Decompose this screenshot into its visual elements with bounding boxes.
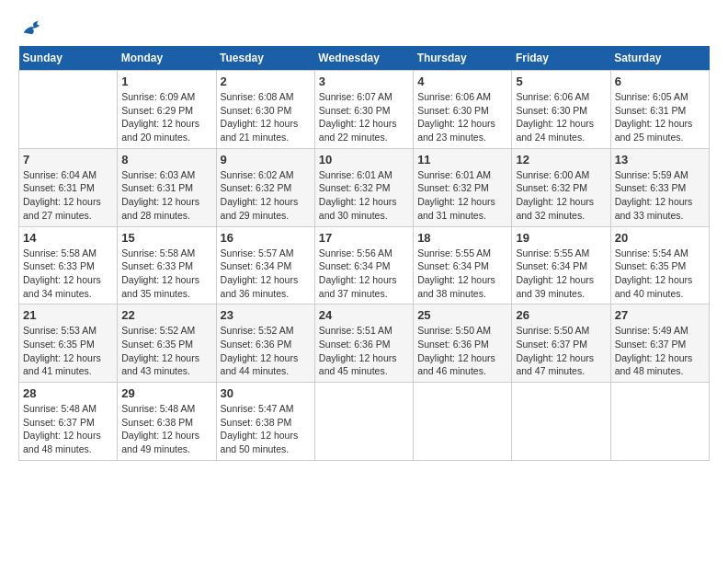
calendar-cell: 8Sunrise: 6:03 AMSunset: 6:31 PMDaylight…: [118, 148, 216, 226]
day-number: 5: [516, 75, 606, 88]
day-number: 22: [121, 308, 211, 322]
day-info: Sunrise: 6:07 AMSunset: 6:30 PMDaylight:…: [319, 90, 409, 144]
day-number: 27: [615, 308, 705, 322]
calendar-cell: 1Sunrise: 6:09 AMSunset: 6:29 PMDaylight…: [118, 71, 216, 149]
day-info: Sunrise: 5:54 AMSunset: 6:35 PMDaylight:…: [615, 247, 705, 301]
calendar-week-row: 7Sunrise: 6:04 AMSunset: 6:31 PMDaylight…: [19, 148, 710, 226]
day-info: Sunrise: 5:59 AMSunset: 6:33 PMDaylight:…: [615, 168, 705, 223]
day-number: 9: [221, 153, 311, 167]
day-info: Sunrise: 5:50 AMSunset: 6:36 PMDaylight:…: [417, 324, 507, 378]
calendar-cell: 20Sunrise: 5:54 AMSunset: 6:35 PMDayligh…: [610, 226, 709, 304]
calendar-week-row: 28Sunrise: 5:48 AMSunset: 6:37 PMDayligh…: [19, 383, 710, 461]
day-info: Sunrise: 5:55 AMSunset: 6:34 PMDaylight:…: [417, 247, 507, 301]
day-number: 24: [319, 308, 409, 322]
day-number: 21: [23, 308, 113, 322]
logo: [18, 18, 46, 37]
calendar-cell: 21Sunrise: 5:53 AMSunset: 6:35 PMDayligh…: [19, 304, 118, 383]
calendar-cell: 27Sunrise: 5:49 AMSunset: 6:37 PMDayligh…: [610, 304, 709, 383]
day-number: 7: [23, 153, 113, 167]
calendar-cell: [512, 383, 610, 461]
calendar-cell: 12Sunrise: 6:00 AMSunset: 6:32 PMDayligh…: [512, 148, 610, 226]
calendar-cell: 26Sunrise: 5:50 AMSunset: 6:37 PMDayligh…: [512, 304, 610, 383]
calendar-cell: [414, 383, 512, 461]
calendar-cell: 2Sunrise: 6:08 AMSunset: 6:30 PMDaylight…: [216, 71, 314, 149]
calendar-cell: 6Sunrise: 6:05 AMSunset: 6:31 PMDaylight…: [610, 71, 709, 149]
day-info: Sunrise: 5:55 AMSunset: 6:34 PMDaylight:…: [516, 247, 606, 301]
weekday-header: Tuesday: [216, 46, 314, 71]
day-number: 17: [319, 231, 409, 245]
day-number: 20: [615, 231, 705, 245]
calendar-cell: 24Sunrise: 5:51 AMSunset: 6:36 PMDayligh…: [314, 304, 413, 383]
day-info: Sunrise: 6:01 AMSunset: 6:32 PMDaylight:…: [319, 168, 409, 223]
day-number: 26: [516, 308, 606, 322]
calendar-cell: 29Sunrise: 5:48 AMSunset: 6:38 PMDayligh…: [118, 383, 216, 461]
day-number: 23: [221, 308, 311, 322]
calendar-cell: 19Sunrise: 5:55 AMSunset: 6:34 PMDayligh…: [512, 226, 610, 304]
calendar-week-row: 1Sunrise: 6:09 AMSunset: 6:29 PMDaylight…: [19, 71, 710, 149]
calendar-header-row: SundayMondayTuesdayWednesdayThursdayFrid…: [19, 46, 710, 71]
day-info: Sunrise: 6:06 AMSunset: 6:30 PMDaylight:…: [417, 90, 507, 144]
day-number: 29: [121, 386, 211, 400]
day-info: Sunrise: 5:58 AMSunset: 6:33 PMDaylight:…: [23, 247, 113, 301]
day-number: 13: [615, 153, 705, 167]
day-number: 12: [516, 153, 606, 167]
day-info: Sunrise: 6:08 AMSunset: 6:30 PMDaylight:…: [221, 90, 311, 144]
calendar-cell: 4Sunrise: 6:06 AMSunset: 6:30 PMDaylight…: [414, 71, 512, 149]
day-number: 16: [221, 231, 311, 245]
calendar-cell: 3Sunrise: 6:07 AMSunset: 6:30 PMDaylight…: [314, 71, 413, 149]
day-info: Sunrise: 6:06 AMSunset: 6:30 PMDaylight:…: [516, 90, 606, 144]
day-info: Sunrise: 5:52 AMSunset: 6:36 PMDaylight:…: [221, 324, 311, 378]
day-number: 6: [615, 75, 705, 88]
calendar-cell: 30Sunrise: 5:47 AMSunset: 6:38 PMDayligh…: [216, 383, 314, 461]
calendar-week-row: 14Sunrise: 5:58 AMSunset: 6:33 PMDayligh…: [19, 226, 710, 304]
weekday-header: Friday: [512, 46, 610, 71]
day-info: Sunrise: 5:48 AMSunset: 6:37 PMDaylight:…: [23, 402, 113, 456]
day-number: 3: [319, 75, 409, 88]
calendar-table: SundayMondayTuesdayWednesdayThursdayFrid…: [18, 46, 710, 461]
calendar-cell: 10Sunrise: 6:01 AMSunset: 6:32 PMDayligh…: [314, 148, 413, 226]
day-info: Sunrise: 5:52 AMSunset: 6:35 PMDaylight:…: [121, 324, 211, 378]
day-info: Sunrise: 5:58 AMSunset: 6:33 PMDaylight:…: [121, 247, 211, 301]
calendar-cell: 18Sunrise: 5:55 AMSunset: 6:34 PMDayligh…: [414, 226, 512, 304]
day-info: Sunrise: 5:49 AMSunset: 6:37 PMDaylight:…: [615, 324, 705, 378]
day-info: Sunrise: 6:01 AMSunset: 6:32 PMDaylight:…: [417, 168, 507, 223]
day-info: Sunrise: 6:09 AMSunset: 6:29 PMDaylight:…: [121, 90, 211, 144]
calendar-cell: 25Sunrise: 5:50 AMSunset: 6:36 PMDayligh…: [414, 304, 512, 383]
day-info: Sunrise: 6:05 AMSunset: 6:31 PMDaylight:…: [615, 90, 705, 144]
weekday-header: Thursday: [414, 46, 512, 71]
weekday-header: Sunday: [19, 46, 118, 71]
day-number: 2: [221, 75, 311, 88]
calendar-cell: 22Sunrise: 5:52 AMSunset: 6:35 PMDayligh…: [118, 304, 216, 383]
day-info: Sunrise: 6:03 AMSunset: 6:31 PMDaylight:…: [121, 168, 211, 223]
day-number: 28: [23, 386, 113, 400]
day-info: Sunrise: 5:50 AMSunset: 6:37 PMDaylight:…: [516, 324, 606, 378]
calendar-cell: 14Sunrise: 5:58 AMSunset: 6:33 PMDayligh…: [19, 226, 118, 304]
calendar-cell: 17Sunrise: 5:56 AMSunset: 6:34 PMDayligh…: [314, 226, 413, 304]
day-info: Sunrise: 5:57 AMSunset: 6:34 PMDaylight:…: [221, 247, 311, 301]
page-header: [18, 18, 710, 37]
day-number: 8: [121, 153, 211, 167]
day-number: 4: [417, 75, 507, 88]
weekday-header: Monday: [118, 46, 216, 71]
calendar-cell: 23Sunrise: 5:52 AMSunset: 6:36 PMDayligh…: [216, 304, 314, 383]
weekday-header: Saturday: [610, 46, 709, 71]
day-number: 30: [221, 386, 311, 400]
day-info: Sunrise: 5:53 AMSunset: 6:35 PMDaylight:…: [23, 324, 113, 378]
calendar-cell: 28Sunrise: 5:48 AMSunset: 6:37 PMDayligh…: [19, 383, 118, 461]
calendar-cell: 15Sunrise: 5:58 AMSunset: 6:33 PMDayligh…: [118, 226, 216, 304]
day-number: 1: [121, 75, 211, 88]
day-number: 15: [121, 231, 211, 245]
day-info: Sunrise: 6:04 AMSunset: 6:31 PMDaylight:…: [23, 168, 113, 223]
logo-bird-icon: [22, 18, 44, 37]
calendar-cell: [314, 383, 413, 461]
day-number: 18: [417, 231, 507, 245]
day-number: 25: [417, 308, 507, 322]
calendar-cell: 16Sunrise: 5:57 AMSunset: 6:34 PMDayligh…: [216, 226, 314, 304]
weekday-header: Wednesday: [314, 46, 413, 71]
day-number: 19: [516, 231, 606, 245]
calendar-week-row: 21Sunrise: 5:53 AMSunset: 6:35 PMDayligh…: [19, 304, 710, 383]
calendar-cell: [610, 383, 709, 461]
day-info: Sunrise: 5:47 AMSunset: 6:38 PMDaylight:…: [221, 402, 311, 456]
day-info: Sunrise: 6:00 AMSunset: 6:32 PMDaylight:…: [516, 168, 606, 223]
day-info: Sunrise: 5:51 AMSunset: 6:36 PMDaylight:…: [319, 324, 409, 378]
